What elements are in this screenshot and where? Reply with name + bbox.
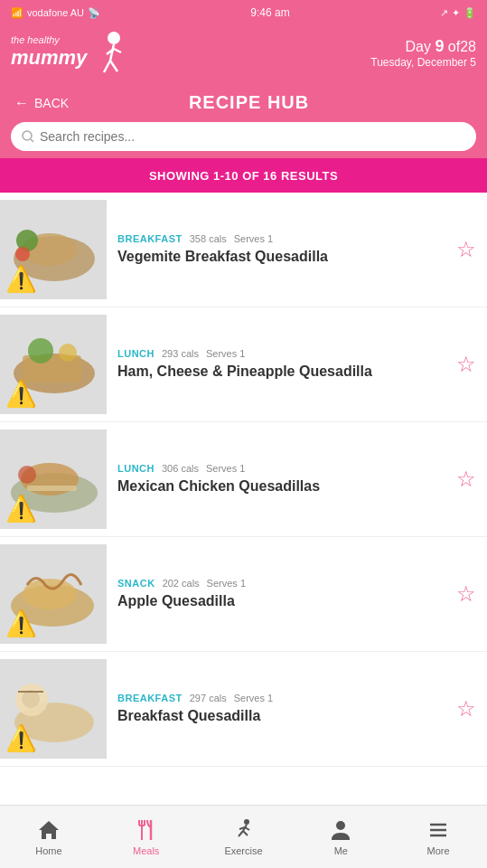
recipe-cals: 306 cals — [162, 463, 199, 474]
svg-line-36 — [243, 831, 248, 835]
recipe-image: ⚠️ — [0, 200, 107, 299]
svg-point-21 — [23, 579, 77, 609]
logo-area: the healthy mummy — [11, 29, 137, 76]
me-icon — [329, 818, 352, 842]
svg-point-39 — [336, 821, 345, 830]
recipe-list-item[interactable]: ⚠️BREAKFAST297 calsServes 1Breakfast Que… — [0, 652, 487, 767]
recipe-cals: 202 cals — [163, 578, 200, 589]
recipe-name: Ham, Cheese & Pineapple Quesadilla — [117, 363, 449, 382]
recipe-serves: Serves 1 — [206, 463, 245, 474]
recipe-cals: 293 cals — [162, 348, 199, 359]
svg-point-33 — [244, 819, 249, 825]
results-banner: SHOWING 1-10 OF 16 RESULTS — [0, 158, 487, 193]
recipe-name: Vegemite Breakfast Quesadilla — [117, 248, 449, 267]
day-info: Day 9 of28 Tuesday, December 5 — [370, 37, 476, 69]
recipe-serves: Serves 1 — [207, 578, 246, 589]
recipe-info: LUNCH306 calsServes 1Mexican Chicken Que… — [117, 463, 449, 496]
carrier-info: 📶 vodafone AU 📡 — [11, 7, 100, 19]
date-label: Tuesday, December 5 — [370, 56, 476, 69]
location-icon: ↗ — [440, 7, 448, 19]
recipe-cals: 297 cals — [190, 693, 227, 703]
tab-exercise[interactable]: Exercise — [195, 806, 293, 868]
logo-text-bottom: mummy — [11, 46, 87, 70]
meals-icon — [135, 818, 158, 842]
results-text: SHOWING 1-10 OF 16 RESULTS — [149, 169, 338, 183]
logo-runner-icon — [90, 29, 137, 76]
recipe-image: ⚠️ — [0, 429, 107, 529]
total-days: 28 — [460, 39, 476, 54]
tab-bar: Home Meals Exercise Me — [0, 805, 487, 868]
svg-point-0 — [108, 32, 120, 44]
svg-point-18 — [18, 466, 36, 484]
recipe-image: ⚠️ — [0, 544, 107, 644]
tab-meals[interactable]: Meals — [98, 806, 195, 868]
favorite-button[interactable]: ☆ — [456, 581, 476, 607]
recipe-list-item[interactable]: ⚠️LUNCH306 calsServes 1Mexican Chicken Q… — [0, 422, 487, 537]
day-label: Day — [405, 39, 430, 54]
recipe-name: Apple Quesadilla — [117, 592, 449, 611]
svg-line-3 — [110, 61, 117, 71]
meal-type: LUNCH — [117, 348, 155, 359]
tab-me[interactable]: Me — [292, 806, 389, 868]
favorite-button[interactable]: ☆ — [456, 237, 476, 262]
exercise-icon — [231, 818, 255, 842]
recipe-meta: LUNCH293 calsServes 1 — [117, 348, 449, 359]
app-header: the healthy mummy Day 9 of28 Tuesday, De… — [0, 25, 487, 85]
recipe-list-item[interactable]: ⚠️LUNCH293 calsServes 1Ham, Cheese & Pin… — [0, 307, 487, 422]
recipe-serves: Serves 1 — [206, 348, 245, 359]
recipe-list: ⚠️BREAKFAST358 calsServes 1Vegemite Brea… — [0, 193, 487, 798]
recipe-serves: Serves 1 — [234, 693, 273, 703]
status-icons: ↗ ✦ 🔋 — [440, 7, 476, 19]
svg-rect-19 — [27, 486, 77, 491]
warning-icon: ⚠️ — [5, 494, 37, 524]
favorite-button[interactable]: ☆ — [456, 467, 476, 492]
recipe-info: BREAKFAST358 calsServes 1Vegemite Breakf… — [117, 233, 449, 267]
recipe-info: LUNCH293 calsServes 1Ham, Cheese & Pinea… — [117, 348, 449, 382]
meal-type: BREAKFAST — [117, 233, 183, 244]
tab-more-label: More — [427, 845, 450, 856]
search-bar[interactable] — [11, 122, 476, 151]
wifi-icon: 📡 — [88, 7, 100, 19]
tab-home[interactable]: Home — [0, 806, 98, 868]
svg-line-5 — [114, 49, 121, 52]
svg-point-6 — [23, 131, 32, 140]
recipe-meta: BREAKFAST297 calsServes 1 — [117, 693, 449, 703]
warning-icon: ⚠️ — [5, 379, 37, 409]
nav-bar: ← BACK RECIPE HUB — [0, 85, 487, 122]
favorite-button[interactable]: ☆ — [456, 352, 476, 377]
recipe-meta: LUNCH306 calsServes 1 — [117, 463, 449, 474]
battery-icon: 🔋 — [464, 7, 476, 19]
back-arrow-icon: ← — [14, 95, 29, 111]
meal-type: LUNCH — [117, 463, 155, 474]
recipe-list-item[interactable]: ⚠️BREAKFAST358 calsServes 1Vegemite Brea… — [0, 193, 487, 307]
carrier-name: vodafone AU — [27, 7, 84, 18]
recipe-name: Breakfast Quesadilla — [117, 707, 449, 726]
status-bar: 📶 vodafone AU 📡 9:46 am ↗ ✦ 🔋 — [0, 0, 487, 25]
logo-text-top: the healthy — [11, 34, 87, 46]
tab-meals-label: Meals — [133, 845, 159, 856]
recipe-image: ⚠️ — [0, 315, 107, 414]
recipe-meta: BREAKFAST358 calsServes 1 — [117, 233, 449, 244]
recipe-meta: SNACK202 calsServes 1 — [117, 578, 449, 589]
warning-icon: ⚠️ — [5, 264, 37, 294]
recipe-info: SNACK202 calsServes 1Apple Quesadilla — [117, 578, 449, 611]
meal-type: BREAKFAST — [117, 693, 183, 703]
tab-more[interactable]: More — [389, 806, 487, 868]
tab-home-label: Home — [35, 845, 61, 856]
recipe-cals: 358 cals — [190, 233, 227, 244]
svg-marker-26 — [39, 821, 59, 839]
page-title: RECIPE HUB — [80, 92, 473, 113]
day-number-line: Day 9 of28 — [370, 37, 476, 56]
home-icon — [37, 818, 61, 842]
favorite-button[interactable]: ☆ — [456, 696, 476, 722]
recipe-image: ⚠️ — [0, 659, 107, 759]
search-area — [0, 122, 487, 158]
search-icon — [22, 130, 34, 143]
more-icon — [426, 818, 450, 842]
recipe-name: Mexican Chicken Quesadillas — [117, 477, 449, 496]
back-button[interactable]: ← BACK — [14, 95, 69, 111]
svg-point-14 — [28, 338, 53, 363]
recipe-serves: Serves 1 — [234, 233, 273, 244]
recipe-list-item[interactable]: ⚠️SNACK202 calsServes 1Apple Quesadilla☆ — [0, 537, 487, 652]
search-input[interactable] — [40, 129, 465, 144]
